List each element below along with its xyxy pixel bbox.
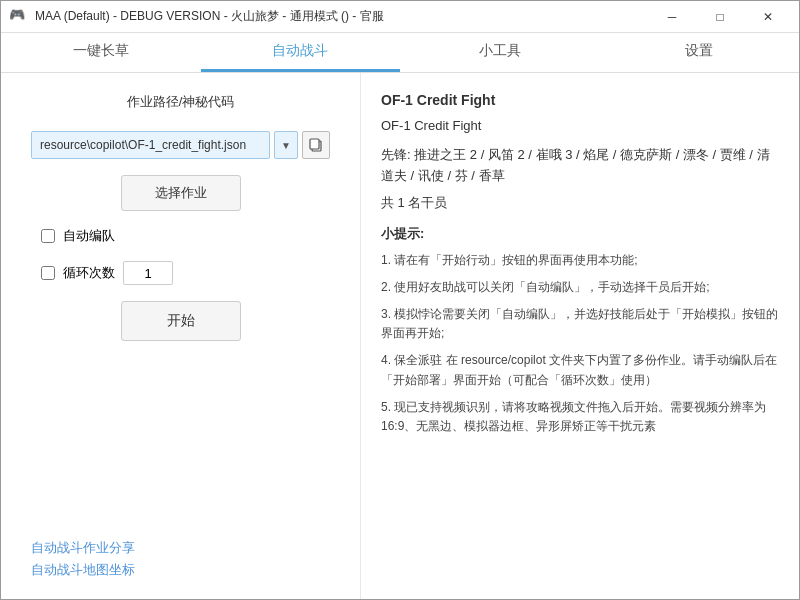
window-controls: ─ □ ✕ xyxy=(649,1,791,33)
maximize-button[interactable]: □ xyxy=(697,1,743,33)
close-button[interactable]: ✕ xyxy=(745,1,791,33)
links-section: 自动战斗作业分享 自动战斗地图坐标 xyxy=(31,539,330,579)
copy-icon xyxy=(308,137,324,153)
tip-item-4: 4. 保全派驻 在 resource/copilot 文件夹下内置了多份作业。请… xyxy=(381,351,779,389)
loop-label: 循环次数 xyxy=(63,264,115,282)
main-content: 作业路径/神秘代码 ▼ 选择作业 自动编队 循环次数 xyxy=(1,73,799,599)
copy-button[interactable] xyxy=(302,131,330,159)
loop-checkbox[interactable] xyxy=(41,266,55,280)
titlebar: 🎮 MAA (Default) - DEBUG VERSION - 火山旅梦 -… xyxy=(1,1,799,33)
minimize-button[interactable]: ─ xyxy=(649,1,695,33)
loop-count-input[interactable] xyxy=(123,261,173,285)
start-button[interactable]: 开始 xyxy=(121,301,241,341)
info-title1: OF-1 Credit Fight xyxy=(381,89,779,113)
file-input-row: ▼ xyxy=(31,131,330,159)
info-description: 先锋: 推进之王 2 / 风笛 2 / 崔哦 3 / 焰尾 / 德克萨斯 / 漂… xyxy=(381,145,779,187)
svg-rect-1 xyxy=(310,139,319,149)
left-panel: 作业路径/神秘代码 ▼ 选择作业 自动编队 循环次数 xyxy=(1,73,361,599)
auto-team-label: 自动编队 xyxy=(63,227,115,245)
tab-settings[interactable]: 设置 xyxy=(600,33,800,72)
tip-item-1: 1. 请在有「开始行动」按钮的界面再使用本功能; xyxy=(381,251,779,270)
tip-item-5: 5. 现已支持视频识别，请将攻略视频文件拖入后开始。需要视频分辨率为 16:9、… xyxy=(381,398,779,436)
select-task-button[interactable]: 选择作业 xyxy=(121,175,241,211)
tab-tools[interactable]: 小工具 xyxy=(400,33,600,72)
app-icon: 🎮 xyxy=(9,7,29,27)
share-link[interactable]: 自动战斗作业分享 xyxy=(31,539,330,557)
field-label: 作业路径/神秘代码 xyxy=(31,93,330,111)
tip-item-2: 2. 使用好友助战可以关闭「自动编队」，手动选择干员后开始; xyxy=(381,278,779,297)
auto-team-row: 自动编队 xyxy=(31,227,330,245)
window-title: MAA (Default) - DEBUG VERSION - 火山旅梦 - 通… xyxy=(35,8,649,25)
tips-title: 小提示: xyxy=(381,223,779,245)
dropdown-button[interactable]: ▼ xyxy=(274,131,298,159)
loop-row: 循环次数 xyxy=(31,261,330,285)
tab-bar: 一键长草 自动战斗 小工具 设置 xyxy=(1,33,799,73)
tab-autoduel[interactable]: 自动战斗 xyxy=(201,33,401,72)
map-link[interactable]: 自动战斗地图坐标 xyxy=(31,561,330,579)
file-path-input[interactable] xyxy=(31,131,270,159)
main-window: 🎮 MAA (Default) - DEBUG VERSION - 火山旅梦 -… xyxy=(0,0,800,600)
info-count: 共 1 名干员 xyxy=(381,192,779,214)
tip-item-3: 3. 模拟悖论需要关闭「自动编队」，并选好技能后处于「开始模拟」按钮的界面再开始… xyxy=(381,305,779,343)
right-panel: OF-1 Credit Fight OF-1 Credit Fight 先锋: … xyxy=(361,73,799,599)
info-title2: OF-1 Credit Fight xyxy=(381,115,779,137)
auto-team-checkbox[interactable] xyxy=(41,229,55,243)
tab-yijian[interactable]: 一键长草 xyxy=(1,33,201,72)
